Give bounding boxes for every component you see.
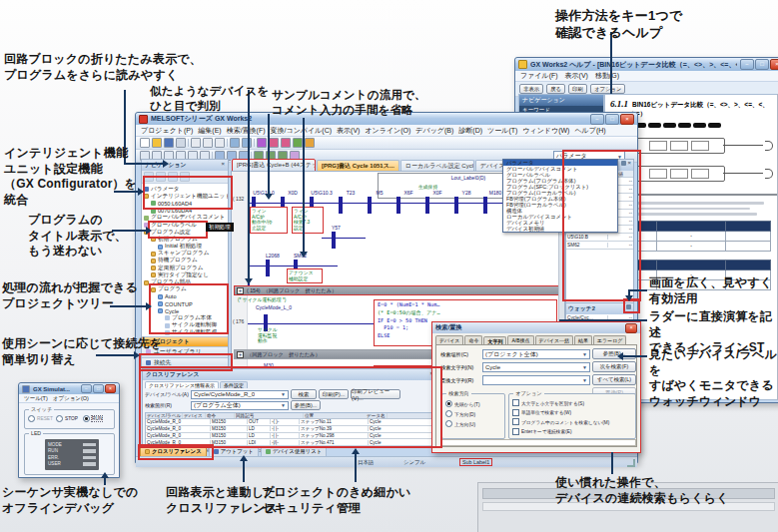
help-toolbar-button[interactable]: 印刷 bbox=[568, 84, 587, 94]
menu-item[interactable]: デバッグ(B) bbox=[415, 126, 453, 136]
xref-column-header[interactable]: デバイス bbox=[183, 413, 206, 418]
close-icon[interactable]: × bbox=[222, 161, 225, 170]
xref-column-header[interactable]: デバイス/ラベル bbox=[146, 413, 183, 418]
menu-item[interactable]: 検索/置換(F) bbox=[227, 126, 266, 136]
watch2-titlebar[interactable]: ウォッチ2 bbox=[566, 303, 633, 314]
open-project-icon[interactable] bbox=[152, 138, 162, 148]
menu-item[interactable]: 診断(D) bbox=[458, 126, 482, 136]
close-icon[interactable]: × bbox=[625, 323, 637, 333]
help-toolbar-button[interactable]: 非表示 bbox=[519, 84, 543, 94]
find-where-combo[interactable]: (プロジェクト全体)▼ bbox=[482, 349, 590, 359]
resize-grip[interactable] bbox=[627, 459, 635, 467]
expand-plus-icon[interactable]: + bbox=[237, 287, 244, 294]
radio-stop[interactable]: STOP bbox=[56, 415, 78, 422]
menu-item[interactable]: オプション(O) bbox=[53, 395, 89, 402]
maximize-icon[interactable]: □ bbox=[755, 59, 769, 70]
menu-item[interactable]: 編集(E) bbox=[198, 126, 221, 136]
dialog-tab[interactable]: 命令 bbox=[464, 335, 482, 344]
ladder-contact[interactable]: Y28 bbox=[454, 191, 478, 215]
find-next-button[interactable]: 次を検索(F) bbox=[592, 361, 636, 372]
help-titlebar[interactable]: GX Works2 ヘルプ - [BIN16ビットデータ比較（=、<>、>、<=… bbox=[515, 58, 778, 71]
xref-column-header[interactable]: 位置 bbox=[304, 413, 366, 418]
direction-radio[interactable]: 下方向(D) bbox=[445, 410, 501, 417]
xref-search-button[interactable]: 検索 bbox=[291, 389, 317, 399]
menu-item[interactable]: ヘルプ(H) bbox=[574, 126, 605, 136]
menu-item[interactable]: オンライン(O) bbox=[365, 126, 410, 136]
tree-item-unit[interactable]: 0050:L60AD4 bbox=[144, 200, 228, 207]
dialog-tab[interactable]: エラーログ bbox=[593, 335, 626, 344]
find-what-combo[interactable]: Cycle▼ bbox=[482, 362, 590, 372]
maximize-icon[interactable]: □ bbox=[93, 384, 104, 393]
xref-titlebar[interactable]: クロスリファレンス × bbox=[143, 369, 436, 380]
ladder-contact[interactable]: X0F bbox=[425, 191, 449, 215]
dialog-tab[interactable]: A/B接点 bbox=[507, 335, 533, 344]
minimize-icon[interactable]: − bbox=[81, 384, 92, 393]
menu-item[interactable]: プロジェクト(P) bbox=[141, 126, 193, 136]
nav-expand-icon[interactable] bbox=[168, 172, 178, 182]
dialog-tab[interactable]: デバイス一括 bbox=[535, 335, 573, 344]
ladder-contact[interactable]: L2068 bbox=[266, 254, 280, 277]
xref-column-header[interactable]: データ名 bbox=[366, 413, 388, 418]
find-all-button[interactable]: すべて検索(L) bbox=[592, 374, 636, 385]
xref-column-header[interactable]: 命令 bbox=[206, 413, 235, 418]
redo-icon[interactable] bbox=[242, 138, 252, 148]
browse-button[interactable]: 参照(B)... bbox=[291, 400, 321, 410]
menu-item[interactable]: ツール(T) bbox=[487, 126, 517, 136]
menu-item[interactable]: 表示(V) bbox=[337, 126, 360, 136]
option-checkbox[interactable]: 大文字と小文字を区別する(S) bbox=[512, 399, 632, 406]
print-preview-button[interactable]: 印刷プレビュー(V)... bbox=[351, 389, 400, 399]
dialog-tab[interactable]: 結果 bbox=[574, 335, 592, 344]
ladder-contact[interactable]: X6F bbox=[396, 191, 420, 215]
nav-sort-icon[interactable] bbox=[156, 172, 166, 182]
help-toolbar-button[interactable]: オプション bbox=[590, 84, 626, 94]
dialog-titlebar[interactable]: 検索/置換 × bbox=[432, 322, 640, 333]
expand-plus-icon[interactable]: + bbox=[237, 351, 244, 358]
nav-filter-icon[interactable] bbox=[144, 172, 154, 182]
tree-item-intelligent[interactable]: インテリジェント機能ユニット bbox=[144, 193, 228, 200]
copy-icon[interactable] bbox=[203, 138, 213, 148]
navigation-titlebar[interactable]: ナビゲーション × bbox=[142, 160, 228, 171]
close-icon[interactable]: × bbox=[105, 384, 116, 393]
close-icon[interactable]: × bbox=[628, 161, 631, 170]
dialog-tab[interactable]: デバイス bbox=[435, 335, 463, 344]
monitor-icon[interactable] bbox=[257, 138, 267, 148]
help-menu-item[interactable]: ファイル(F) bbox=[520, 71, 558, 81]
xref-tab-info[interactable]: クロスリファレンス情報表示 bbox=[145, 381, 219, 388]
tree-item-program[interactable]: プログラム bbox=[144, 286, 228, 293]
xref-tab-condition[interactable]: 条件設定 bbox=[220, 381, 248, 388]
undo-icon[interactable] bbox=[230, 138, 240, 148]
xref-device-combo[interactable]: Cycle/CycleMode_R_0▼ bbox=[191, 390, 289, 399]
print-icon[interactable] bbox=[176, 138, 186, 148]
xref-column-header[interactable]: 回路記号 bbox=[235, 413, 304, 418]
maximize-icon[interactable]: □ bbox=[605, 114, 619, 125]
tree-item-countup[interactable]: COUNTUP bbox=[144, 300, 228, 307]
cut-icon[interactable] bbox=[191, 138, 201, 148]
minimize-icon[interactable]: − bbox=[740, 59, 754, 70]
help-menu-item[interactable]: 表示(V) bbox=[565, 71, 588, 81]
xref-scope-combo[interactable]: (プログラム全体)▼ bbox=[191, 401, 289, 410]
radio-reset[interactable]: RESET bbox=[28, 415, 53, 422]
pin-icon[interactable] bbox=[626, 304, 631, 309]
ladder-contact[interactable]: T23 bbox=[339, 191, 363, 215]
help-toolbar-button[interactable]: 戻る bbox=[546, 84, 565, 94]
nav-collapse-icon[interactable] bbox=[180, 172, 190, 182]
tree-item-cycle-monitor[interactable]: サイクル運転監視 bbox=[144, 329, 228, 336]
table-row[interactable]: CycleMode_R_0M3150 LD-| |- ステップNo.39Cycl… bbox=[146, 426, 433, 433]
help-menu-item[interactable]: 移動(G) bbox=[595, 71, 619, 81]
read-plc-icon[interactable] bbox=[281, 138, 291, 148]
close-icon[interactable]: × bbox=[770, 59, 778, 70]
device-comment-icon[interactable] bbox=[305, 138, 315, 148]
pin-icon[interactable] bbox=[621, 161, 626, 166]
verify-icon[interactable] bbox=[293, 138, 303, 148]
ladder-contact[interactable]: Y57 bbox=[332, 226, 341, 250]
browse-button[interactable]: 参照(B)... bbox=[592, 348, 636, 359]
tree-item-auto[interactable]: Auto bbox=[144, 293, 228, 300]
minimize-icon[interactable]: − bbox=[590, 114, 604, 125]
table-row[interactable]: CycleMode_R_0M3150 LD-| |- ステップNo.298Cyc… bbox=[146, 433, 433, 440]
save-icon[interactable] bbox=[164, 138, 174, 148]
option-checkbox[interactable]: プログラム中のコメントを検索しない(M) bbox=[512, 418, 632, 425]
dropdown-item[interactable]: デバイス初期値 bbox=[503, 226, 617, 232]
menu-item[interactable]: 変換/コンパイル(C) bbox=[271, 126, 332, 136]
table-row[interactable]: CycleMode_R_0M3150 OUT-( )- ステップNo.11Cyc… bbox=[146, 419, 433, 426]
watch-row[interactable]: SM62 -- bbox=[566, 242, 633, 250]
